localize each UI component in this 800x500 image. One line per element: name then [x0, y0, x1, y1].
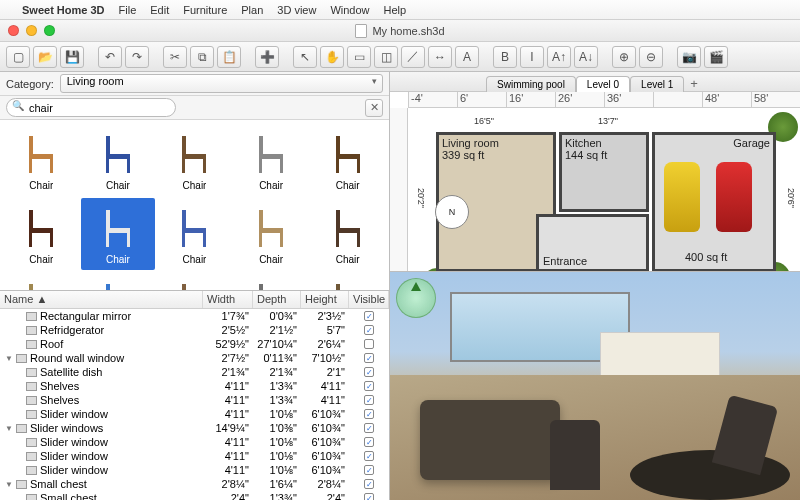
clear-search-button[interactable]: ✕ [365, 99, 383, 117]
catalog-item[interactable]: Lattice chair [157, 272, 232, 290]
redo-button[interactable]: ↷ [125, 46, 149, 68]
furniture-row[interactable]: Small chest2'4"1'3¾"2'4"✓ [0, 491, 389, 500]
visible-checkbox[interactable]: ✓ [364, 311, 374, 321]
furniture-row[interactable]: ▼Round wall window2'7½"0'11¾"7'10½"✓ [0, 351, 389, 365]
3d-nav-compass[interactable] [396, 278, 436, 318]
paste-button[interactable]: 📋 [217, 46, 241, 68]
menu-window[interactable]: Window [330, 4, 369, 16]
pan-button[interactable]: ✋ [320, 46, 344, 68]
zoom-in-button[interactable]: ⊕ [612, 46, 636, 68]
menu-3dview[interactable]: 3D view [277, 4, 316, 16]
create-rooms-button[interactable]: ◫ [374, 46, 398, 68]
visible-checkbox[interactable]: ✓ [364, 479, 374, 489]
catalog-item[interactable]: Chair [81, 198, 156, 270]
plan-view[interactable]: -4'6'16'26'36'48'58' 16'5" 13'7" Living … [390, 92, 800, 272]
zoom-window-button[interactable] [44, 25, 55, 36]
furniture-row[interactable]: Rectangular mirror1'7¾"0'0¾"2'3½"✓ [0, 309, 389, 323]
add-text-button[interactable]: A [455, 46, 479, 68]
create-lines-button[interactable]: ／ [401, 46, 425, 68]
font-up-button[interactable]: A↑ [547, 46, 571, 68]
furniture-row[interactable]: Slider window4'11"1'0⅛"6'10¾"✓ [0, 463, 389, 477]
tab-swimming-pool[interactable]: Swimming pool [486, 76, 576, 92]
col-height-header[interactable]: Height [301, 291, 349, 308]
minimize-window-button[interactable] [26, 25, 37, 36]
col-name-header[interactable]: Name ▲ [0, 291, 203, 308]
furniture-row[interactable]: Slider window4'11"1'0⅛"6'10¾"✓ [0, 407, 389, 421]
catalog-item[interactable]: Chair [234, 124, 309, 196]
catalog-item[interactable]: Chair with c… [4, 272, 79, 290]
add-level-button[interactable]: + [684, 76, 704, 91]
col-depth-header[interactable]: Depth [253, 291, 301, 308]
visible-checkbox[interactable] [364, 339, 374, 349]
undo-button[interactable]: ↶ [98, 46, 122, 68]
visible-checkbox[interactable]: ✓ [364, 409, 374, 419]
menu-file[interactable]: File [119, 4, 137, 16]
catalog-item[interactable]: Modern arm… [234, 272, 309, 290]
save-button[interactable]: 💾 [60, 46, 84, 68]
furniture-row[interactable]: Shelves4'11"1'3¾"4'11"✓ [0, 379, 389, 393]
plan-canvas[interactable]: 16'5" 13'7" Living room 339 sq ft N Kitc… [408, 108, 800, 271]
tab-level-1[interactable]: Level 1 [630, 76, 684, 92]
select-button[interactable]: ↖ [293, 46, 317, 68]
category-select[interactable]: Living room [60, 74, 383, 93]
video-button[interactable]: 🎬 [704, 46, 728, 68]
tab-level-0[interactable]: Level 0 [576, 76, 630, 92]
furniture-row[interactable]: ▼Slider windows14'9¼"1'0⅜"6'10¾"✓ [0, 421, 389, 435]
visible-checkbox[interactable]: ✓ [364, 451, 374, 461]
catalog-item[interactable]: Chair [310, 198, 385, 270]
furniture-row[interactable]: Slider window4'11"1'0⅛"6'10¾"✓ [0, 435, 389, 449]
visible-checkbox[interactable]: ✓ [364, 325, 374, 335]
furniture-list-body[interactable]: Rectangular mirror1'7¾"0'0¾"2'3½"✓Refrid… [0, 309, 389, 500]
furniture-row[interactable]: Roof52'9½"27'10¼"2'6¼" [0, 337, 389, 351]
furniture-catalog[interactable]: ChairChairChairChairChairChairChairChair… [0, 120, 389, 290]
zoom-out-button[interactable]: ⊖ [639, 46, 663, 68]
3d-view[interactable] [390, 272, 800, 500]
col-width-header[interactable]: Width [203, 291, 253, 308]
catalog-item[interactable]: Chair [81, 124, 156, 196]
menu-edit[interactable]: Edit [150, 4, 169, 16]
furniture-row[interactable]: Satellite dish2'1¾"2'1¾"2'1"✓ [0, 365, 389, 379]
create-dimensions-button[interactable]: ↔ [428, 46, 452, 68]
visible-checkbox[interactable]: ✓ [364, 437, 374, 447]
room-entrance[interactable]: Entrance 169 sq ft [536, 214, 649, 272]
bold-button[interactable]: B [493, 46, 517, 68]
photo-button[interactable]: 📷 [677, 46, 701, 68]
menu-app[interactable]: Sweet Home 3D [22, 4, 105, 16]
car-red-icon[interactable] [716, 162, 752, 232]
catalog-item[interactable]: Chair [234, 198, 309, 270]
furniture-row[interactable]: ▼Small chest2'8¼"1'6¼"2'8¼"✓ [0, 477, 389, 491]
catalog-item[interactable]: Chair [157, 124, 232, 196]
catalog-item[interactable]: Chair [4, 198, 79, 270]
open-button[interactable]: 📂 [33, 46, 57, 68]
visible-checkbox[interactable]: ✓ [364, 353, 374, 363]
furniture-row[interactable]: Slider window4'11"1'0⅛"6'10¾"✓ [0, 449, 389, 463]
copy-button[interactable]: ⧉ [190, 46, 214, 68]
new-button[interactable]: ▢ [6, 46, 30, 68]
visible-checkbox[interactable]: ✓ [364, 423, 374, 433]
visible-checkbox[interactable]: ✓ [364, 493, 374, 500]
menu-help[interactable]: Help [384, 4, 407, 16]
create-walls-button[interactable]: ▭ [347, 46, 371, 68]
catalog-item[interactable]: Chair [310, 124, 385, 196]
catalog-item[interactable]: Chair [4, 124, 79, 196]
catalog-item[interactable]: Oak chair [310, 272, 385, 290]
menu-plan[interactable]: Plan [241, 4, 263, 16]
furniture-row[interactable]: Refridgerator2'5½"2'1½"5'7"✓ [0, 323, 389, 337]
catalog-item[interactable]: Child chair [81, 272, 156, 290]
visible-checkbox[interactable]: ✓ [364, 367, 374, 377]
italic-button[interactable]: I [520, 46, 544, 68]
visible-checkbox[interactable]: ✓ [364, 395, 374, 405]
add-furniture-button[interactable]: ➕ [255, 46, 279, 68]
visible-checkbox[interactable]: ✓ [364, 381, 374, 391]
search-input[interactable] [6, 98, 176, 117]
cut-button[interactable]: ✂ [163, 46, 187, 68]
font-down-button[interactable]: A↓ [574, 46, 598, 68]
car-yellow-icon[interactable] [664, 162, 700, 232]
furniture-row[interactable]: Shelves4'11"1'3¾"4'11"✓ [0, 393, 389, 407]
catalog-item[interactable]: Chair [157, 198, 232, 270]
col-visible-header[interactable]: Visible [349, 291, 389, 308]
close-window-button[interactable] [8, 25, 19, 36]
visible-checkbox[interactable]: ✓ [364, 465, 374, 475]
menu-furniture[interactable]: Furniture [183, 4, 227, 16]
room-kitchen[interactable]: Kitchen 144 sq ft [559, 132, 649, 212]
